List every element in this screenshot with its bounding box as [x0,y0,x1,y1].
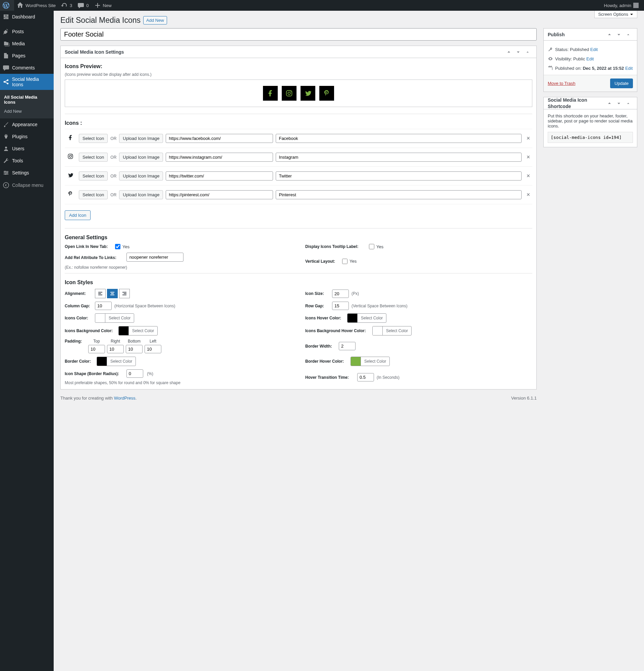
remove-icon-button[interactable]: × [524,135,532,142]
menu-pages[interactable]: Pages [0,50,54,62]
padding-right-input[interactable] [107,345,124,353]
add-new-button[interactable]: Add New [143,16,167,25]
vertical-checkbox[interactable] [342,259,347,264]
menu-tools[interactable]: Tools [0,155,54,167]
select-icon-button[interactable]: Select Icon [79,172,108,180]
or-separator: OR [110,174,116,178]
edit-visibility-link[interactable]: Edit [586,56,594,61]
icon-title-input[interactable] [276,190,521,199]
site-link[interactable]: WordPress Site [14,0,59,11]
wp-logo[interactable] [0,0,14,11]
upload-icon-button[interactable]: Upload Icon Image [119,172,163,180]
facebook-icon [267,90,274,97]
icon-url-input[interactable] [166,172,273,180]
align-right-button[interactable] [119,289,130,298]
select-color-label: Select Color [361,358,389,365]
border-width-input[interactable] [339,342,356,350]
shape-input[interactable] [127,369,143,378]
icon-title-input[interactable] [276,153,521,162]
col-gap-input[interactable] [95,302,112,310]
align-center-button[interactable] [107,289,118,298]
published-label: Published on: [555,66,582,71]
updates-link[interactable]: 3 [59,0,75,11]
shortcode-field[interactable] [548,132,633,143]
select-icon-button[interactable]: Select Icon [79,153,108,162]
tooltip-checkbox[interactable] [369,244,374,249]
select-icon-button[interactable]: Select Icon [79,190,108,199]
icon-url-input[interactable] [166,153,273,162]
move-up-button[interactable] [605,99,614,108]
svg-point-13 [291,91,291,92]
select-icon-button[interactable]: Select Icon [79,134,108,143]
wordpress-link[interactable]: WordPress [114,395,136,401]
upload-icon-button[interactable]: Upload Icon Image [119,153,163,162]
rel-input[interactable] [127,253,183,262]
post-title-input[interactable] [60,28,537,41]
border-hover-picker[interactable]: Select Color [350,357,390,366]
remove-icon-button[interactable]: × [524,191,532,198]
screen-options-toggle[interactable]: Screen Options [594,11,637,18]
menu-dashboard[interactable]: Dashboard [0,11,54,23]
svg-point-8 [7,172,8,174]
toggle-panel-button[interactable] [623,30,633,39]
comments-link[interactable]: 0 [75,0,91,11]
edit-date-link[interactable]: Edit [625,66,633,71]
transition-input[interactable] [357,373,374,381]
move-down-button[interactable] [614,99,623,108]
preview-icon-facebook[interactable] [263,86,278,101]
edit-status-link[interactable]: Edit [590,47,598,52]
general-heading: General Settings [65,235,532,241]
menu-plugins[interactable]: Plugins [0,130,54,142]
border-color-picker[interactable]: Select Color [96,357,136,366]
padding-bottom-input[interactable] [126,345,143,353]
upload-icon-button[interactable]: Upload Icon Image [119,134,163,143]
update-button[interactable]: Update [610,78,633,88]
preview-icon-pinterest[interactable] [319,86,334,101]
menu-users[interactable]: Users [0,142,54,155]
submenu-all[interactable]: All Social Media Icons [0,92,54,107]
or-separator: OR [110,193,116,197]
menu-media[interactable]: Media [0,38,54,50]
icons-color-picker[interactable]: Select Color [95,313,134,323]
bg-color-picker[interactable]: Select Color [118,326,158,336]
open-new-tab-checkbox[interactable] [115,244,120,249]
bg-hover-picker[interactable]: Select Color [372,326,412,336]
move-down-button[interactable] [614,30,623,39]
toggle-panel-button[interactable] [623,99,633,108]
preview-icon-instagram[interactable] [282,86,297,101]
vertical-label: Vertical Layout: [305,259,342,264]
account-link[interactable]: Howdy, admin [602,0,641,11]
menu-settings[interactable]: Settings [0,167,54,179]
remove-icon-button[interactable]: × [524,173,532,179]
icon-title-input[interactable] [276,134,521,143]
upload-icon-button[interactable]: Upload Icon Image [119,190,163,199]
menu-social-media-icons[interactable]: Social Media Icons [0,74,54,90]
remove-icon-button[interactable]: × [524,154,532,161]
preview-icon-twitter[interactable] [300,86,315,101]
rel-label: Add Rel Attribute To Links: [65,255,125,260]
icon-size-input[interactable] [332,290,349,298]
submenu-add-new[interactable]: Add New [0,107,54,116]
icon-title-input[interactable] [276,172,521,180]
move-down-button[interactable] [514,47,523,57]
collapse-menu[interactable]: Collapse menu [0,179,54,191]
move-up-button[interactable] [605,30,614,39]
padding-top-input[interactable] [88,345,105,353]
menu-posts[interactable]: Posts [0,25,54,38]
icon-url-input[interactable] [166,134,273,143]
new-link[interactable]: New [92,0,114,11]
toggle-panel-button[interactable] [523,47,532,57]
icon-url-input[interactable] [166,190,273,199]
brush-icon [3,121,9,128]
move-up-button[interactable] [504,47,514,57]
hover-color-picker[interactable]: Select Color [347,313,386,323]
menu-appearance[interactable]: Appearance [0,118,54,130]
calendar-icon [548,65,553,71]
align-left-button[interactable] [95,289,106,298]
row-gap-input[interactable] [332,302,349,310]
move-to-trash-link[interactable]: Move to Trash [548,81,575,86]
padding-left-input[interactable] [144,345,161,353]
padding-label: Padding: [65,339,88,344]
add-icon-button[interactable]: Add Icon [65,210,91,220]
menu-comments[interactable]: Comments [0,62,54,74]
